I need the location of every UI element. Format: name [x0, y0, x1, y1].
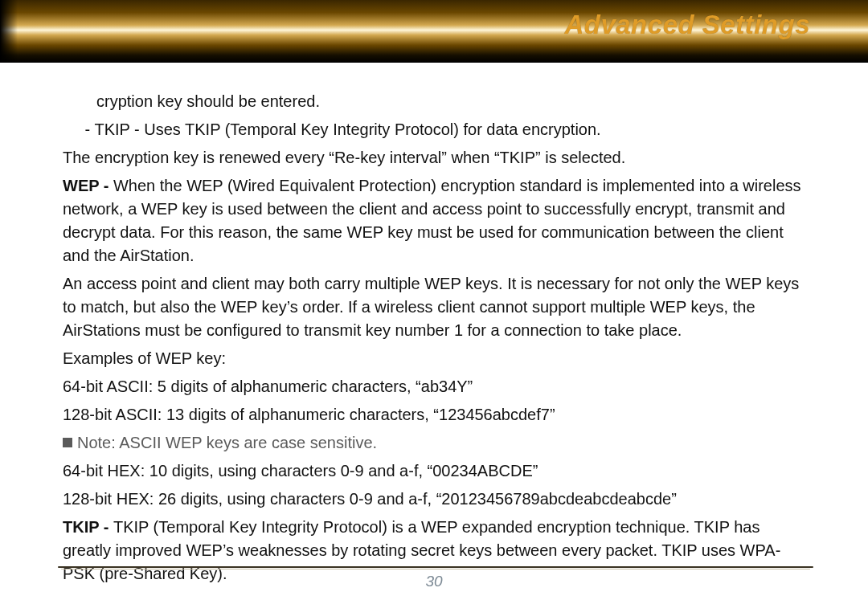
line-cryption-fragment: cryption key should be entered.	[63, 90, 810, 113]
body-content: cryption key should be entered. - TKIP -…	[0, 63, 868, 586]
note-text: Note: ASCII WEP keys are case sensitive.	[77, 434, 377, 451]
page-number: 30	[0, 573, 868, 590]
example-64bit-hex: 64-bit HEX: 10 digits, using characters …	[63, 459, 810, 483]
tkip-label: TKIP -	[63, 518, 113, 536]
header-band: Advanced Settings	[0, 0, 868, 63]
footer-divider	[58, 566, 813, 571]
paragraph-access-point-client: An access point and client may both carr…	[63, 272, 810, 342]
examples-heading: Examples of WEP key:	[63, 347, 810, 370]
wep-body: When the WEP (Wired Equivalent Protectio…	[63, 177, 801, 264]
example-64bit-ascii: 64-bit ASCII: 5 digits of alphanumeric c…	[63, 375, 810, 398]
example-128bit-ascii: 128-bit ASCII: 13 digits of alphanumeric…	[63, 403, 810, 427]
page-root: Advanced Settings cryption key should be…	[0, 0, 868, 600]
note-bullet-icon	[63, 438, 72, 447]
line-tkip-bullet: - TKIP - Uses TKIP (Temporal Key Integri…	[63, 118, 810, 141]
footer-divider-dark	[58, 566, 813, 568]
footer-divider-light	[61, 569, 810, 569]
section-wep: WEP - When the WEP (Wired Equivalent Pro…	[63, 174, 810, 267]
example-128bit-hex: 128-bit HEX: 26 digits, using characters…	[63, 488, 810, 511]
header-title: Advanced Settings	[564, 10, 810, 40]
note-case-sensitive: Note: ASCII WEP keys are case sensitive.	[63, 431, 810, 455]
wep-label: WEP -	[63, 177, 113, 194]
line-rekey-interval: The encryption key is renewed every “Re-…	[63, 146, 810, 169]
